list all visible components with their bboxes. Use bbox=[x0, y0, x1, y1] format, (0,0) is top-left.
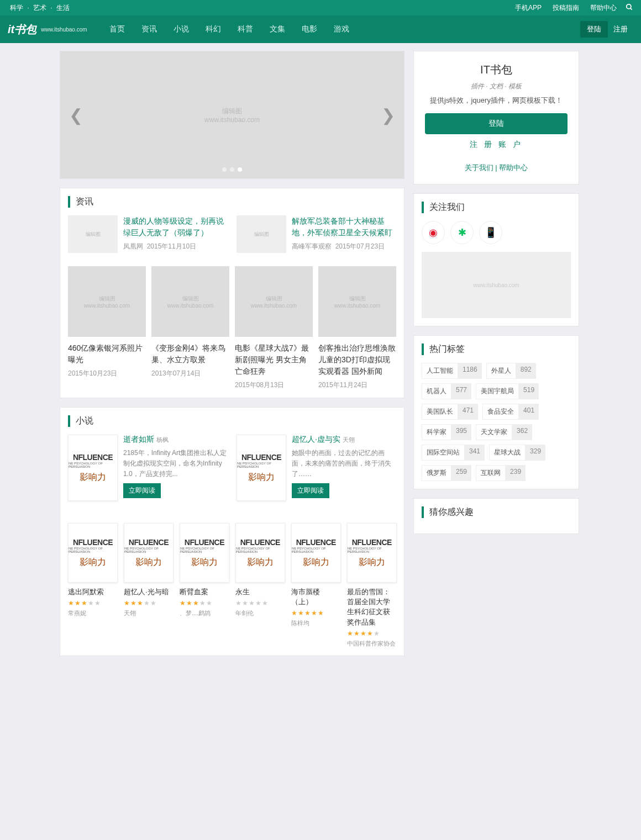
about-link[interactable]: 关于我们 bbox=[465, 163, 493, 172]
site-logo[interactable]: it书包 bbox=[8, 22, 36, 37]
weibo-icon[interactable]: ◉ bbox=[422, 221, 445, 244]
novel-featured[interactable]: NFLUENCENE PSYCHOLOGY OF PERSUASION影响力 逝… bbox=[68, 435, 228, 501]
thumbnail: 编辑图www.itshubao.com bbox=[68, 266, 146, 337]
topbar-link[interactable]: 科学 bbox=[8, 4, 25, 12]
article-date: 2015年10月23日 bbox=[68, 369, 146, 378]
side-links: 关于我们 | 帮助中心 bbox=[425, 163, 568, 173]
tags-panel: 热门标签 人工智能1186外星人892机器人577美国宇航局519美国队长471… bbox=[413, 335, 579, 489]
carousel-dot[interactable] bbox=[238, 167, 242, 172]
panel-title: 小说 bbox=[68, 415, 396, 427]
article-title: 漫威的人物等级设定，别再说绿巨人无敌了（弱爆了） bbox=[123, 215, 228, 239]
article-title: 解放军总装备部十大神秘基地，外军侦察卫星全天候紧盯 bbox=[292, 215, 396, 239]
carousel-prev-icon[interactable]: ❮ bbox=[65, 101, 87, 129]
book-cover: NFLUENCENE PSYCHOLOGY OF PERSUASION影响力 bbox=[347, 523, 397, 583]
ad-placeholder: www.itshubao.com bbox=[422, 252, 571, 318]
article-card[interactable]: 编辑图www.itshubao.com 创客推出治疗思维涣散儿童的3D打印虚拟现… bbox=[318, 266, 396, 390]
login-button[interactable]: 登陆 bbox=[580, 21, 608, 38]
topbar-link[interactable]: 手机APP bbox=[513, 3, 544, 13]
svg-point-0 bbox=[627, 4, 631, 8]
read-button[interactable]: 立即阅读 bbox=[292, 483, 329, 498]
search-icon[interactable] bbox=[626, 3, 633, 13]
novel-featured[interactable]: NFLUENCENE PSYCHOLOGY OF PERSUASION影响力 超… bbox=[237, 435, 396, 501]
tag[interactable]: 国际空间站341 bbox=[422, 445, 485, 461]
tag[interactable]: 互联网239 bbox=[476, 465, 526, 481]
carousel-dot[interactable] bbox=[230, 167, 234, 172]
read-button[interactable]: 立即阅读 bbox=[123, 483, 161, 498]
novel-author: 常燕妮 bbox=[68, 609, 117, 617]
novel-author: 天翎 bbox=[124, 609, 173, 617]
panel-title: 关注我们 bbox=[422, 202, 571, 213]
thumbnail: 编辑图 bbox=[68, 215, 118, 253]
article-date: 2013年07月14日 bbox=[151, 369, 229, 378]
nav-item[interactable]: 科幻 bbox=[206, 24, 221, 34]
side-login-button[interactable]: 登陆 bbox=[425, 113, 568, 134]
novel-card[interactable]: NFLUENCENE PSYCHOLOGY OF PERSUASION影响力 超… bbox=[124, 523, 173, 648]
tag[interactable]: 星球大战329 bbox=[489, 445, 545, 461]
novel-card[interactable]: NFLUENCENE PSYCHOLOGY OF PERSUASION影响力 逃… bbox=[68, 523, 117, 648]
novel-card[interactable]: NFLUENCENE PSYCHOLOGY OF PERSUASION影响力 最… bbox=[347, 523, 396, 648]
novel-card[interactable]: NFLUENCENE PSYCHOLOGY OF PERSUASION影响力 永… bbox=[235, 523, 285, 648]
article-item[interactable]: 编辑图 解放军总装备部十大神秘基地，外军侦察卫星全天候紧盯 高峰军事观察 201… bbox=[237, 215, 396, 253]
register-button[interactable]: 注册 bbox=[608, 21, 633, 38]
book-cover: NFLUENCENE PSYCHOLOGY OF PERSUASION影响力 bbox=[68, 523, 118, 583]
nav-item[interactable]: 游戏 bbox=[334, 24, 349, 34]
side-title: IT书包 bbox=[425, 62, 568, 77]
article-date: 2015年11月24日 bbox=[318, 381, 396, 390]
wechat-icon[interactable]: ✱ bbox=[450, 221, 474, 244]
novel-title: 逝者如斯 bbox=[123, 435, 154, 443]
article-title: 《变形金刚4》将来鸟巢、水立方取景 bbox=[151, 342, 229, 366]
carousel-placeholder: 编辑图 www.itshubao.com bbox=[60, 51, 404, 178]
article-card[interactable]: 编辑图www.itshubao.com 460亿像素银河系照片曝光 2015年1… bbox=[68, 266, 146, 390]
help-link[interactable]: 帮助中心 bbox=[499, 163, 528, 172]
star-rating: ★★★★★ bbox=[180, 599, 229, 607]
interest-panel: 猜你感兴趣 bbox=[413, 498, 579, 534]
article-meta: 高峰军事观察 2015年07月23日 bbox=[292, 242, 396, 251]
tag[interactable]: 外星人892 bbox=[486, 363, 536, 379]
tag[interactable]: 机器人577 bbox=[422, 383, 471, 399]
side-brief: 提供js特效，jquery插件，网页模板下载！ bbox=[425, 96, 568, 105]
topbar-link[interactable]: 帮助中心 bbox=[588, 3, 619, 13]
carousel-next-icon[interactable]: ❯ bbox=[377, 101, 400, 129]
article-card[interactable]: 编辑图www.itshubao.com 电影《星球大战7》最新剧照曝光 男女主角… bbox=[235, 266, 313, 390]
novel-author: 陈梓均 bbox=[291, 619, 340, 627]
carousel-dot[interactable] bbox=[222, 167, 227, 172]
thumbnail: 编辑图 bbox=[237, 215, 286, 253]
article-item[interactable]: 编辑图 漫威的人物等级设定，别再说绿巨人无敌了（弱爆了） 凤凰网 2015年11… bbox=[68, 215, 228, 253]
side-register-button[interactable]: 注 册 账 户 bbox=[425, 134, 568, 155]
star-rating: ★★★★★ bbox=[124, 599, 173, 607]
topbar-link[interactable]: 艺术 bbox=[31, 4, 49, 12]
news-panel: 资讯 编辑图 漫威的人物等级设定，别再说绿巨人无敌了（弱爆了） 凤凰网 2015… bbox=[60, 188, 404, 398]
mobile-icon[interactable]: 📱 bbox=[479, 221, 502, 244]
thumbnail: 编辑图www.itshubao.com bbox=[151, 266, 229, 337]
thumbnail: 编辑图www.itshubao.com bbox=[235, 266, 313, 337]
topbar-link[interactable]: 投稿指南 bbox=[550, 3, 581, 13]
tag[interactable]: 食品安全401 bbox=[482, 404, 539, 420]
carousel: 编辑图 www.itshubao.com ❮ ❯ bbox=[60, 51, 404, 179]
star-rating: ★★★★★ bbox=[68, 599, 117, 607]
tag[interactable]: 俄罗斯259 bbox=[422, 465, 471, 481]
site-logo-sub: www.itshubao.com bbox=[41, 27, 87, 33]
topbar-link[interactable]: 生活 bbox=[54, 4, 72, 12]
article-date: 2015年08月13日 bbox=[235, 381, 313, 390]
follow-panel: 关注我们 ◉ ✱ 📱 www.itshubao.com bbox=[413, 193, 579, 326]
panel-title: 资讯 bbox=[68, 196, 396, 208]
novel-panel: 小说 NFLUENCENE PSYCHOLOGY OF PERSUASION影响… bbox=[60, 407, 404, 656]
nav-item[interactable]: 文集 bbox=[270, 24, 285, 34]
tag[interactable]: 天文学家362 bbox=[476, 424, 532, 440]
book-cover: NFLUENCENE PSYCHOLOGY OF PERSUASION影响力 bbox=[235, 523, 285, 583]
novel-author: 年剑伦 bbox=[235, 609, 285, 617]
nav-item[interactable]: 科普 bbox=[238, 24, 253, 34]
tag[interactable]: 人工智能1186 bbox=[422, 363, 482, 379]
tag[interactable]: 科学家395 bbox=[422, 424, 471, 440]
novel-card[interactable]: NFLUENCENE PSYCHOLOGY OF PERSUASION影响力 断… bbox=[180, 523, 229, 648]
tag[interactable]: 美国队长471 bbox=[422, 404, 478, 420]
nav-item[interactable]: 小说 bbox=[174, 24, 189, 34]
nav-item[interactable]: 首页 bbox=[109, 24, 125, 34]
book-cover: NFLUENCENE PSYCHOLOGY OF PERSUASION影响力 bbox=[291, 523, 341, 583]
tag[interactable]: 美国宇航局519 bbox=[476, 383, 539, 399]
article-card[interactable]: 编辑图www.itshubao.com 《变形金刚4》将来鸟巢、水立方取景 20… bbox=[151, 266, 229, 390]
novel-card[interactable]: NFLUENCENE PSYCHOLOGY OF PERSUASION影响力 海… bbox=[291, 523, 340, 648]
novel-title: 超忆人·虚与实 bbox=[292, 435, 340, 443]
nav-item[interactable]: 资讯 bbox=[141, 24, 157, 34]
nav-item[interactable]: 电影 bbox=[302, 24, 317, 34]
